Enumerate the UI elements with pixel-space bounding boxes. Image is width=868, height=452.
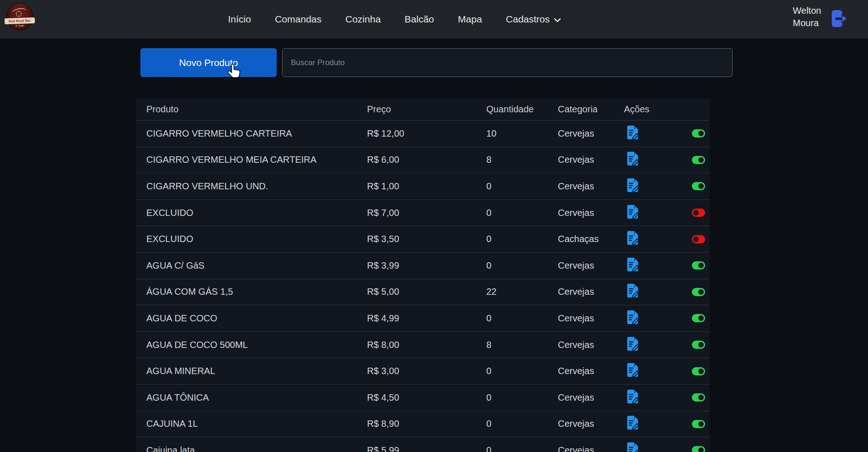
new-product-button[interactable]: Novo Produto <box>140 48 277 77</box>
nav-item-cozinha[interactable]: Cozinha <box>345 14 381 25</box>
active-toggle[interactable] <box>692 420 705 428</box>
product-price: R$ 8,00 <box>367 340 486 350</box>
table-row: ÁGUA COM GÁS 1,5 R$ 5,00 22 Cervejas <box>136 279 710 306</box>
product-category: Cervejas <box>558 260 624 271</box>
edit-product-button[interactable] <box>627 231 640 245</box>
product-name: EXCLUIDO <box>136 208 367 218</box>
edit-document-icon <box>627 283 640 298</box>
user-last-name: Moura <box>793 17 821 29</box>
active-toggle[interactable] <box>692 209 705 217</box>
product-price: R$ 12,00 <box>367 128 486 139</box>
product-quantity: 0 <box>486 181 558 192</box>
product-quantity: 0 <box>486 208 558 218</box>
table-row: CAJUINA 1L R$ 8,90 0 Cervejas <box>136 411 710 438</box>
product-price: R$ 4,50 <box>367 392 486 403</box>
edit-product-button[interactable] <box>627 151 640 166</box>
table-row: AGUA TÔNICA R$ 4,50 0 Cervejas <box>136 385 710 411</box>
product-category: Cervejas <box>558 419 624 429</box>
active-toggle[interactable] <box>692 446 705 452</box>
table-row: AGUA MINERAL R$ 3,00 0 Cervejas <box>136 358 710 385</box>
product-category: Cachaças <box>558 234 624 244</box>
nav-item-cadastros[interactable]: Cadastros <box>506 14 562 25</box>
edit-document-icon <box>627 336 640 351</box>
active-toggle[interactable] <box>692 182 705 190</box>
search-product-input[interactable] <box>282 48 733 77</box>
product-quantity: 10 <box>486 128 558 139</box>
col-header-preco: Preço <box>367 104 486 115</box>
nav-item-balcao[interactable]: Balcão <box>405 14 434 25</box>
product-name: AGUA DE COCO <box>136 313 367 324</box>
brand-logo[interactable]: Red Rock Bar & Café <box>6 2 33 31</box>
col-header-categoria: Categoria <box>558 104 624 115</box>
product-price: R$ 7,00 <box>367 208 486 218</box>
edit-document-icon <box>627 125 640 140</box>
nav-menu: Início Comandas Cozinha Balcão Mapa Cada… <box>228 0 561 39</box>
product-name: Cajuina lata <box>136 445 367 452</box>
edit-product-button[interactable] <box>627 336 640 351</box>
chevron-down-icon <box>554 18 561 22</box>
edit-document-icon <box>627 204 640 219</box>
product-price: R$ 5,99 <box>367 445 486 452</box>
product-category: Cervejas <box>558 287 624 297</box>
edit-document-icon <box>627 178 640 193</box>
edit-product-button[interactable] <box>627 178 640 193</box>
table-row: Cajuina lata R$ 5,99 0 Cervejas <box>136 437 710 452</box>
active-toggle[interactable] <box>692 129 705 138</box>
table-row: CIGARRO VERMELHO CARTEIRA R$ 12,00 10 Ce… <box>136 121 710 147</box>
product-quantity: 0 <box>486 260 558 271</box>
edit-document-icon <box>627 310 640 325</box>
product-quantity: 0 <box>486 392 558 403</box>
product-price: R$ 3,50 <box>367 234 486 244</box>
product-quantity: 22 <box>486 287 558 297</box>
table-row: CIGARRO VERMELHO UND. R$ 1,00 0 Cervejas <box>136 173 710 200</box>
logged-user-name: Welton Moura <box>793 5 821 29</box>
product-name: CAJUINA 1L <box>136 419 367 429</box>
product-category: Cervejas <box>558 392 624 403</box>
top-navbar: Red Rock Bar & Café Início Comandas Cozi… <box>0 0 868 39</box>
active-toggle[interactable] <box>692 156 705 164</box>
col-header-quantidade: Quantidade <box>486 104 558 115</box>
product-category: Cervejas <box>558 313 624 324</box>
product-price: R$ 3,00 <box>367 366 486 376</box>
nav-item-mapa[interactable]: Mapa <box>458 14 482 25</box>
table-row: CIGARRO VERMELHO MEIA CARTEIRA R$ 6,00 8… <box>136 147 710 174</box>
edit-document-icon <box>627 389 640 404</box>
brand-logo-badge: Red Rock Bar & Café <box>6 3 33 30</box>
edit-product-button[interactable] <box>627 204 640 219</box>
active-toggle[interactable] <box>692 235 705 243</box>
product-category: Cervejas <box>558 181 624 192</box>
product-name: AGUA C/ GáS <box>136 260 367 271</box>
active-toggle[interactable] <box>692 261 705 270</box>
edit-product-button[interactable] <box>627 415 640 430</box>
nav-item-comandas[interactable]: Comandas <box>275 14 322 25</box>
product-category: Cervejas <box>558 445 624 452</box>
edit-product-button[interactable] <box>627 363 640 377</box>
active-toggle[interactable] <box>692 341 705 349</box>
product-quantity: 8 <box>486 154 558 165</box>
edit-product-button[interactable] <box>627 283 640 298</box>
edit-product-button[interactable] <box>627 125 640 140</box>
active-toggle[interactable] <box>692 367 705 375</box>
active-toggle[interactable] <box>692 288 705 296</box>
product-quantity: 0 <box>486 313 558 324</box>
nav-item-inicio[interactable]: Início <box>228 14 251 25</box>
product-price: R$ 8,90 <box>367 419 486 429</box>
edit-product-button[interactable] <box>627 257 640 272</box>
product-name: AGUA TÔNICA <box>136 392 367 403</box>
product-category: Cervejas <box>558 208 624 218</box>
logo-cup-icon <box>16 11 22 17</box>
active-toggle[interactable] <box>692 393 705 402</box>
product-quantity: 0 <box>486 445 558 452</box>
product-price: R$ 6,00 <box>367 154 486 165</box>
logout-button[interactable] <box>831 9 848 29</box>
edit-product-button[interactable] <box>627 310 640 325</box>
edit-product-button[interactable] <box>627 389 640 404</box>
edit-document-icon <box>627 257 640 272</box>
edit-product-button[interactable] <box>627 442 640 452</box>
product-category: Cervejas <box>558 340 624 350</box>
product-name: EXCLUIDO <box>136 234 367 244</box>
table-row: AGUA C/ GáS R$ 3,99 0 Cervejas <box>136 253 710 279</box>
product-quantity: 0 <box>486 419 558 429</box>
active-toggle[interactable] <box>692 314 705 322</box>
table-row: AGUA DE COCO 500ML R$ 8,00 8 Cervejas <box>136 332 710 358</box>
